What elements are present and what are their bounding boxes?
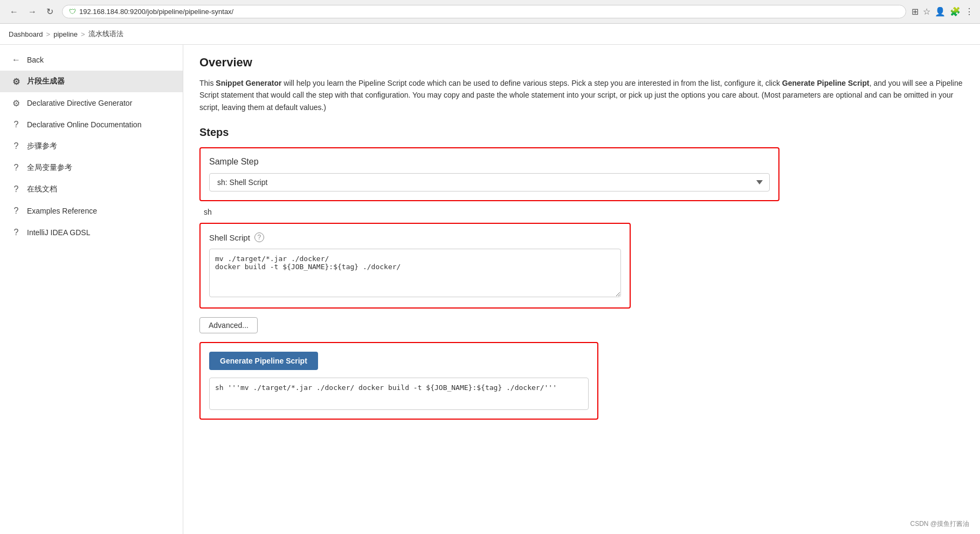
breadcrumb: Dashboard > pipeline > 流水线语法	[0, 24, 980, 45]
generate-box: Generate Pipeline Script sh '''mv ./targ…	[199, 342, 598, 420]
shell-script-title: Shell Script	[209, 233, 250, 242]
address-bar[interactable]: 🛡 192.168.184.80:9200/job/pipeline/pipel…	[62, 5, 906, 18]
account-icon[interactable]: 👤	[935, 6, 946, 17]
sidebar-item-examples[interactable]: ? Examples Reference	[0, 200, 183, 222]
overview-text-2: will help you learn the Pipeline Script …	[281, 79, 782, 87]
plugin-icon[interactable]: 🧩	[950, 6, 961, 17]
sidebar-item-declarative-directive[interactable]: ⚙ Declarative Directive Generator	[0, 92, 183, 114]
extensions-icon[interactable]: ⊞	[912, 6, 919, 17]
forward-button[interactable]: →	[25, 6, 40, 18]
gear-icon: ⚙	[11, 76, 22, 87]
advanced-button[interactable]: Advanced...	[199, 317, 258, 333]
sidebar-item-online-docs-label: 在线文档	[27, 184, 57, 194]
more-icon[interactable]: ⋮	[965, 6, 974, 17]
url-text: 192.168.184.80:9200/job/pipeline/pipelin…	[79, 8, 233, 16]
app-layout: ← Back ⚙ 片段生成器 ⚙ Declarative Directive G…	[0, 45, 980, 534]
sidebar-item-declarative-online-docs-label: Declarative Online Documentation	[27, 120, 141, 129]
browser-actions: ⊞ ☆ 👤 🧩 ⋮	[912, 6, 974, 17]
breadcrumb-sep-2: >	[81, 30, 85, 38]
question-icon-5: ?	[11, 206, 22, 216]
shell-script-header: Shell Script ?	[209, 232, 621, 242]
sh-label: sh	[199, 208, 964, 216]
breadcrumb-pipeline[interactable]: pipeline	[53, 30, 78, 38]
sidebar-item-snippet-label: 片段生成器	[27, 77, 65, 86]
sidebar-item-intellij[interactable]: ? IntelliJ IDEA GDSL	[0, 222, 183, 243]
sidebar-item-global-var[interactable]: ? 全局变量参考	[0, 157, 183, 179]
question-icon-6: ?	[11, 227, 22, 238]
sidebar-item-declarative-online-docs[interactable]: ? Declarative Online Documentation	[0, 114, 183, 135]
sidebar-item-global-var-label: 全局变量参考	[27, 163, 72, 173]
question-icon-1: ?	[11, 119, 22, 130]
back-icon: ←	[11, 54, 22, 65]
sidebar-item-back-label: Back	[27, 56, 44, 64]
sample-step-label: Sample Step	[209, 157, 770, 167]
main-content: Overview This Snippet Generator will hel…	[183, 45, 980, 534]
script-textarea[interactable]: mv ./target/*.jar ./docker/ docker build…	[209, 249, 621, 297]
nav-buttons: ← → ↻	[6, 5, 57, 18]
question-icon-4: ?	[11, 184, 22, 195]
snippet-generator-bold: Snippet Generator	[216, 79, 281, 87]
question-icon-2: ?	[11, 141, 22, 152]
steps-title: Steps	[199, 126, 964, 139]
overview-text-1: This	[199, 79, 216, 87]
sidebar: ← Back ⚙ 片段生成器 ⚙ Declarative Directive G…	[0, 45, 183, 534]
star-icon[interactable]: ☆	[923, 6, 930, 17]
reload-button[interactable]: ↻	[43, 5, 57, 18]
overview-title: Overview	[199, 56, 964, 70]
step-dropdown[interactable]: sh: Shell Script bat: Windows Batch Scri…	[209, 173, 770, 191]
question-icon-3: ?	[11, 162, 22, 173]
sidebar-item-back[interactable]: ← Back	[0, 49, 183, 71]
overview-paragraph: This Snippet Generator will help you lea…	[199, 77, 964, 113]
generate-pipeline-script-button[interactable]: Generate Pipeline Script	[209, 352, 318, 370]
sidebar-item-declarative-directive-label: Declarative Directive Generator	[27, 99, 132, 107]
sidebar-item-step-reference-label: 步骤参考	[27, 141, 57, 151]
breadcrumb-current: 流水线语法	[88, 29, 123, 39]
breadcrumb-dashboard[interactable]: Dashboard	[9, 30, 43, 38]
sidebar-item-online-docs[interactable]: ? 在线文档	[0, 179, 183, 200]
gear-icon-2: ⚙	[11, 98, 22, 108]
sidebar-item-examples-label: Examples Reference	[27, 207, 97, 215]
help-icon[interactable]: ?	[254, 232, 264, 242]
watermark: CSDN @摸鱼打酱油	[910, 519, 969, 529]
generated-output: sh '''mv ./target/*.jar ./docker/ docker…	[209, 378, 589, 410]
back-button[interactable]: ←	[6, 6, 22, 18]
generate-script-bold: Generate Pipeline Script	[782, 79, 869, 87]
sidebar-item-snippet-generator[interactable]: ⚙ 片段生成器	[0, 71, 183, 92]
breadcrumb-sep-1: >	[46, 30, 51, 38]
sidebar-item-step-reference[interactable]: ? 步骤参考	[0, 135, 183, 157]
browser-chrome: ← → ↻ 🛡 192.168.184.80:9200/job/pipeline…	[0, 0, 980, 24]
sample-step-box: Sample Step sh: Shell Script bat: Window…	[199, 147, 779, 201]
security-icon: 🛡	[69, 8, 76, 16]
sidebar-item-intellij-label: IntelliJ IDEA GDSL	[27, 228, 91, 237]
shell-script-box: Shell Script ? mv ./target/*.jar ./docke…	[199, 223, 631, 309]
